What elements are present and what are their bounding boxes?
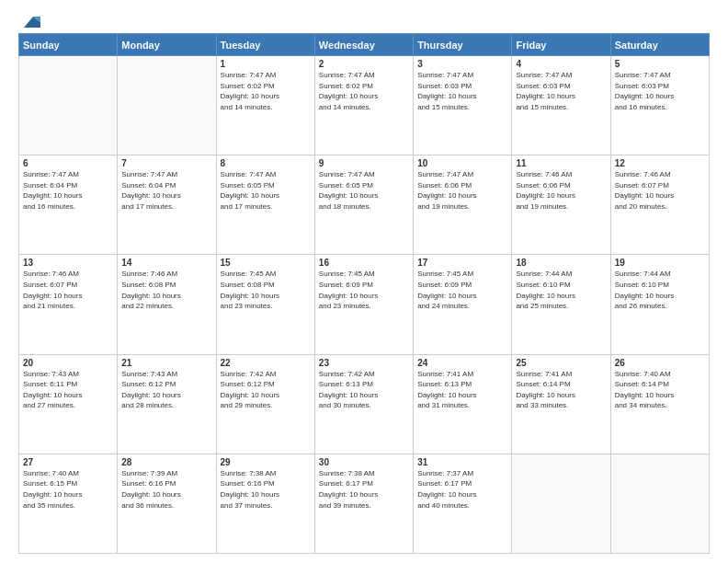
day-info: Sunrise: 7:47 AM Sunset: 6:03 PM Dayligh…	[417, 70, 507, 112]
day-info: Sunrise: 7:47 AM Sunset: 6:04 PM Dayligh…	[23, 169, 113, 212]
calendar-cell: 17Sunrise: 7:45 AM Sunset: 6:09 PM Dayli…	[414, 255, 512, 354]
day-number: 19	[615, 258, 705, 268]
calendar-cell: 24Sunrise: 7:41 AM Sunset: 6:13 PM Dayli…	[414, 354, 512, 454]
calendar-cell: 28Sunrise: 7:39 AM Sunset: 6:16 PM Dayli…	[118, 454, 216, 553]
day-info: Sunrise: 7:45 AM Sunset: 6:09 PM Dayligh…	[417, 269, 507, 311]
day-number: 4	[516, 59, 606, 69]
calendar-cell: 6Sunrise: 7:47 AM Sunset: 6:04 PM Daylig…	[19, 155, 118, 255]
calendar-cell	[512, 454, 610, 553]
calendar-dow-thursday: Thursday	[414, 34, 512, 56]
calendar-cell: 31Sunrise: 7:37 AM Sunset: 6:17 PM Dayli…	[414, 454, 512, 553]
calendar-dow-saturday: Saturday	[610, 34, 709, 56]
day-number: 5	[615, 59, 705, 69]
calendar-cell: 18Sunrise: 7:44 AM Sunset: 6:10 PM Dayli…	[512, 255, 610, 354]
day-info: Sunrise: 7:47 AM Sunset: 6:04 PM Dayligh…	[121, 169, 211, 212]
day-info: Sunrise: 7:47 AM Sunset: 6:06 PM Dayligh…	[417, 169, 507, 212]
day-info: Sunrise: 7:47 AM Sunset: 6:02 PM Dayligh…	[221, 70, 311, 112]
day-info: Sunrise: 7:38 AM Sunset: 6:17 PM Dayligh…	[319, 468, 409, 511]
day-number: 12	[615, 158, 705, 168]
day-info: Sunrise: 7:40 AM Sunset: 6:15 PM Dayligh…	[23, 468, 113, 511]
calendar-cell: 4Sunrise: 7:47 AM Sunset: 6:03 PM Daylig…	[512, 56, 610, 155]
day-info: Sunrise: 7:45 AM Sunset: 6:09 PM Dayligh…	[319, 269, 409, 311]
day-number: 7	[121, 158, 211, 168]
day-info: Sunrise: 7:47 AM Sunset: 6:05 PM Dayligh…	[319, 169, 409, 212]
day-number: 31	[417, 457, 507, 467]
calendar-cell: 22Sunrise: 7:42 AM Sunset: 6:12 PM Dayli…	[216, 354, 314, 454]
day-number: 3	[417, 59, 507, 69]
calendar-cell: 12Sunrise: 7:46 AM Sunset: 6:07 PM Dayli…	[610, 155, 709, 255]
day-number: 6	[23, 158, 113, 168]
calendar-dow-wednesday: Wednesday	[314, 34, 413, 56]
week-row-3: 13Sunrise: 7:46 AM Sunset: 6:07 PM Dayli…	[19, 255, 710, 354]
day-number: 25	[516, 358, 606, 368]
day-number: 18	[516, 258, 606, 268]
day-info: Sunrise: 7:39 AM Sunset: 6:16 PM Dayligh…	[121, 468, 211, 511]
calendar-table: SundayMondayTuesdayWednesdayThursdayFrid…	[18, 33, 710, 554]
day-number: 21	[121, 358, 211, 368]
calendar-cell: 30Sunrise: 7:38 AM Sunset: 6:17 PM Dayli…	[314, 454, 413, 553]
day-info: Sunrise: 7:47 AM Sunset: 6:02 PM Dayligh…	[319, 70, 409, 112]
calendar-cell	[19, 56, 118, 155]
day-info: Sunrise: 7:42 AM Sunset: 6:12 PM Dayligh…	[221, 369, 311, 411]
day-number: 26	[615, 358, 705, 368]
day-number: 9	[319, 158, 409, 168]
day-number: 11	[516, 158, 606, 168]
day-info: Sunrise: 7:43 AM Sunset: 6:12 PM Dayligh…	[121, 369, 211, 411]
day-info: Sunrise: 7:44 AM Sunset: 6:10 PM Dayligh…	[615, 269, 705, 311]
day-info: Sunrise: 7:40 AM Sunset: 6:14 PM Dayligh…	[615, 369, 705, 411]
day-number: 14	[121, 258, 211, 268]
calendar-cell: 8Sunrise: 7:47 AM Sunset: 6:05 PM Daylig…	[216, 155, 314, 255]
day-number: 22	[221, 358, 311, 368]
calendar-cell: 23Sunrise: 7:42 AM Sunset: 6:13 PM Dayli…	[314, 354, 413, 454]
day-number: 1	[221, 59, 311, 69]
calendar-cell: 26Sunrise: 7:40 AM Sunset: 6:14 PM Dayli…	[610, 354, 709, 454]
calendar-cell: 9Sunrise: 7:47 AM Sunset: 6:05 PM Daylig…	[314, 155, 413, 255]
day-info: Sunrise: 7:45 AM Sunset: 6:08 PM Dayligh…	[221, 269, 311, 311]
day-info: Sunrise: 7:46 AM Sunset: 6:06 PM Dayligh…	[516, 169, 606, 212]
day-number: 23	[319, 358, 409, 368]
calendar-cell: 10Sunrise: 7:47 AM Sunset: 6:06 PM Dayli…	[414, 155, 512, 255]
day-number: 17	[417, 258, 507, 268]
calendar-dow-sunday: Sunday	[19, 34, 118, 56]
calendar-cell: 25Sunrise: 7:41 AM Sunset: 6:14 PM Dayli…	[512, 354, 610, 454]
calendar-cell: 7Sunrise: 7:47 AM Sunset: 6:04 PM Daylig…	[118, 155, 216, 255]
day-info: Sunrise: 7:47 AM Sunset: 6:03 PM Dayligh…	[516, 70, 606, 112]
day-info: Sunrise: 7:46 AM Sunset: 6:07 PM Dayligh…	[23, 269, 113, 311]
header	[18, 15, 710, 26]
calendar-cell: 14Sunrise: 7:46 AM Sunset: 6:08 PM Dayli…	[118, 255, 216, 354]
day-number: 16	[319, 258, 409, 268]
day-info: Sunrise: 7:47 AM Sunset: 6:03 PM Dayligh…	[615, 70, 705, 112]
day-number: 29	[221, 457, 311, 467]
calendar-dow-monday: Monday	[118, 34, 216, 56]
calendar-cell: 2Sunrise: 7:47 AM Sunset: 6:02 PM Daylig…	[314, 56, 413, 155]
calendar-header-row: SundayMondayTuesdayWednesdayThursdayFrid…	[19, 34, 710, 56]
day-number: 10	[417, 158, 507, 168]
calendar-cell: 19Sunrise: 7:44 AM Sunset: 6:10 PM Dayli…	[610, 255, 709, 354]
calendar-page: SundayMondayTuesdayWednesdayThursdayFrid…	[0, 0, 728, 563]
day-number: 30	[319, 457, 409, 467]
day-info: Sunrise: 7:41 AM Sunset: 6:14 PM Dayligh…	[516, 369, 606, 411]
week-row-2: 6Sunrise: 7:47 AM Sunset: 6:04 PM Daylig…	[19, 155, 710, 255]
calendar-cell: 11Sunrise: 7:46 AM Sunset: 6:06 PM Dayli…	[512, 155, 610, 255]
calendar-cell: 15Sunrise: 7:45 AM Sunset: 6:08 PM Dayli…	[216, 255, 314, 354]
calendar-cell: 27Sunrise: 7:40 AM Sunset: 6:15 PM Dayli…	[19, 454, 118, 553]
day-info: Sunrise: 7:42 AM Sunset: 6:13 PM Dayligh…	[319, 369, 409, 411]
week-row-4: 20Sunrise: 7:43 AM Sunset: 6:11 PM Dayli…	[19, 354, 710, 454]
calendar-cell	[118, 56, 216, 155]
day-number: 13	[23, 258, 113, 268]
calendar-cell: 29Sunrise: 7:38 AM Sunset: 6:16 PM Dayli…	[216, 454, 314, 553]
calendar-cell: 3Sunrise: 7:47 AM Sunset: 6:03 PM Daylig…	[414, 56, 512, 155]
calendar-cell: 16Sunrise: 7:45 AM Sunset: 6:09 PM Dayli…	[314, 255, 413, 354]
day-info: Sunrise: 7:46 AM Sunset: 6:08 PM Dayligh…	[121, 269, 211, 311]
day-info: Sunrise: 7:38 AM Sunset: 6:16 PM Dayligh…	[221, 468, 311, 511]
week-row-5: 27Sunrise: 7:40 AM Sunset: 6:15 PM Dayli…	[19, 454, 710, 553]
day-number: 28	[121, 457, 211, 467]
calendar-cell: 21Sunrise: 7:43 AM Sunset: 6:12 PM Dayli…	[118, 354, 216, 454]
day-number: 8	[221, 158, 311, 168]
day-info: Sunrise: 7:44 AM Sunset: 6:10 PM Dayligh…	[516, 269, 606, 311]
logo	[18, 15, 40, 26]
calendar-cell: 20Sunrise: 7:43 AM Sunset: 6:11 PM Dayli…	[19, 354, 118, 454]
calendar-dow-tuesday: Tuesday	[216, 34, 314, 56]
calendar-cell	[610, 454, 709, 553]
day-number: 2	[319, 59, 409, 69]
